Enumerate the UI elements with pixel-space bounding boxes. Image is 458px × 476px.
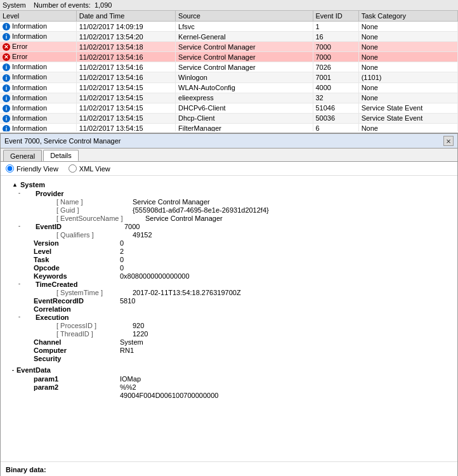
channel-row: Channel System: [6, 338, 452, 346]
threadid-value: 1220: [133, 330, 452, 338]
processid-label: [ ProcessID ]: [56, 322, 133, 329]
table-row[interactable]: iInformation11/02/2017 13:54:16Winlogon7…: [0, 72, 458, 83]
table-row[interactable]: iInformation11/02/2017 13:54:16Service C…: [0, 62, 458, 72]
cell-task: None: [358, 52, 457, 62]
info-icon: i: [3, 95, 10, 102]
cell-task: None: [358, 123, 457, 131]
level-text: Information: [12, 94, 47, 102]
cell-source: Lfsvc: [176, 22, 313, 32]
cell-datetime: 11/02/2017 13:54:18: [76, 42, 175, 52]
task-detail-value: 0: [120, 256, 452, 263]
binary-title: Binary data:: [6, 466, 452, 473]
info-icon: i: [3, 23, 10, 30]
cell-datetime: 11/02/2017 14:09:19: [76, 22, 175, 32]
eventid-row: - EventID 7000: [6, 223, 452, 230]
cell-level: iInformation: [0, 32, 76, 42]
cell-datetime: 11/02/2017 13:54:15: [76, 123, 175, 131]
level-text: Information: [12, 84, 47, 91]
threadid-label: [ ThreadID ]: [56, 330, 133, 338]
cell-eventid: 51046: [313, 103, 358, 113]
cell-datetime: 11/02/2017 13:54:16: [76, 62, 175, 72]
col-level[interactable]: Level: [0, 11, 76, 22]
table-row[interactable]: ✕Error11/02/2017 13:54:16Service Control…: [0, 52, 458, 62]
detail-tabs: General Details: [1, 149, 457, 162]
friendly-view-radio[interactable]: [6, 164, 14, 173]
eventid-collapse-icon[interactable]: -: [18, 223, 20, 229]
level-detail-row: Level 2: [6, 248, 452, 255]
channel-label: Channel: [18, 338, 120, 346]
provider-name-row: [ Name ] Service Control Manager: [6, 198, 452, 206]
level-text: Information: [12, 22, 47, 30]
eventdata-collapse-icon[interactable]: -: [12, 367, 14, 373]
eventrecordid-label: EventRecordID: [18, 297, 120, 305]
xml-view-radio[interactable]: [69, 164, 77, 173]
level-text: Information: [12, 73, 47, 81]
param1-label: param1: [18, 375, 120, 383]
detail-title-bar: Event 7000, Service Control Manager ×: [1, 134, 457, 149]
tab-details[interactable]: Details: [43, 150, 79, 161]
level-detail-label: Level: [18, 248, 120, 255]
xml-view-option[interactable]: XML View: [69, 164, 110, 173]
opcode-label: Opcode: [18, 264, 120, 272]
systemtime-row: [ SystemTime ] 2017-02-11T13:54:18.27631…: [6, 289, 452, 296]
table-row[interactable]: iInformation11/02/2017 13:54:15DHCPv6-Cl…: [0, 103, 458, 113]
param2-extra-value: 49004F004D006100700000000: [18, 392, 218, 399]
provider-label: Provider: [23, 190, 124, 197]
opcode-row: Opcode 0: [6, 264, 452, 272]
cell-eventid: 7026: [313, 62, 358, 72]
col-source[interactable]: Source: [176, 11, 313, 22]
cell-datetime: 11/02/2017 13:54:15: [76, 113, 175, 123]
info-icon: i: [3, 63, 10, 71]
info-icon: i: [3, 125, 10, 131]
col-datetime[interactable]: Date and Time: [76, 11, 175, 22]
xml-view-label: XML View: [79, 165, 110, 173]
col-eventid[interactable]: Event ID: [313, 11, 358, 22]
computer-value: RN1: [120, 347, 452, 354]
provider-collapse-icon[interactable]: -: [18, 190, 20, 196]
system-collapse-icon[interactable]: ▲: [12, 182, 18, 188]
cell-task: None: [358, 32, 457, 42]
detail-close-button[interactable]: ×: [443, 136, 454, 146]
info-icon: i: [3, 84, 10, 92]
level-text: Error: [12, 43, 27, 50]
friendly-view-option[interactable]: Friendly View: [6, 164, 58, 173]
info-icon: i: [3, 105, 10, 112]
provider-name-label: [ Name ]: [56, 198, 133, 206]
table-row[interactable]: iInformation11/02/2017 13:54:15Dhcp-Clie…: [0, 113, 458, 123]
error-icon: ✕: [3, 43, 10, 51]
cell-source: DHCPv6-Client: [176, 103, 313, 113]
security-label: Security: [18, 355, 120, 362]
cell-level: iInformation: [0, 62, 76, 72]
table-row[interactable]: iInformation11/02/2017 13:54:20Kernel-Ge…: [0, 32, 458, 42]
version-value: 0: [120, 239, 452, 247]
cell-eventid: 4000: [313, 83, 358, 93]
correlation-label: Correlation: [18, 305, 120, 313]
event-list-header: System Number of events: 1,090: [0, 0, 458, 11]
col-task[interactable]: Task Category: [358, 11, 457, 22]
event-table-scroll[interactable]: Level Date and Time Source Event ID Task…: [0, 11, 458, 131]
table-row[interactable]: iInformation11/02/2017 13:54:15FilterMan…: [0, 123, 458, 131]
timecreated-collapse-icon[interactable]: -: [18, 281, 20, 287]
cell-level: ✕Error: [0, 42, 76, 52]
timecreated-row: - TimeCreated: [6, 281, 452, 288]
cell-source: FilterManager: [176, 123, 313, 131]
cell-task: (1101): [358, 72, 457, 83]
cell-source: WLAN-AutoConfig: [176, 83, 313, 93]
table-row[interactable]: ✕Error11/02/2017 13:54:18Service Control…: [0, 42, 458, 52]
tab-general[interactable]: General: [3, 150, 42, 161]
eventdata-section-header: - EventData: [6, 366, 452, 374]
param2-row: param2 %%2: [6, 383, 452, 391]
cell-task: None: [358, 93, 457, 103]
table-row[interactable]: iInformation11/02/2017 14:09:19Lfsvc1Non…: [0, 22, 458, 32]
cell-level: iInformation: [0, 113, 76, 123]
level-text: Information: [12, 32, 47, 40]
table-row[interactable]: iInformation11/02/2017 13:54:15WLAN-Auto…: [0, 83, 458, 93]
event-table: Level Date and Time Source Event ID Task…: [0, 11, 458, 131]
table-row[interactable]: iInformation11/02/2017 13:54:15elieexpre…: [0, 93, 458, 103]
execution-collapse-icon[interactable]: -: [18, 314, 20, 320]
qualifiers-label: [ Qualifiers ]: [56, 231, 133, 239]
detail-panel: Event 7000, Service Control Manager × Ge…: [0, 133, 458, 476]
provider-row: - Provider: [6, 190, 452, 197]
computer-row: Computer RN1: [6, 347, 452, 354]
detail-content[interactable]: ▲ System - Provider [ Name ] Service Con…: [1, 176, 457, 461]
